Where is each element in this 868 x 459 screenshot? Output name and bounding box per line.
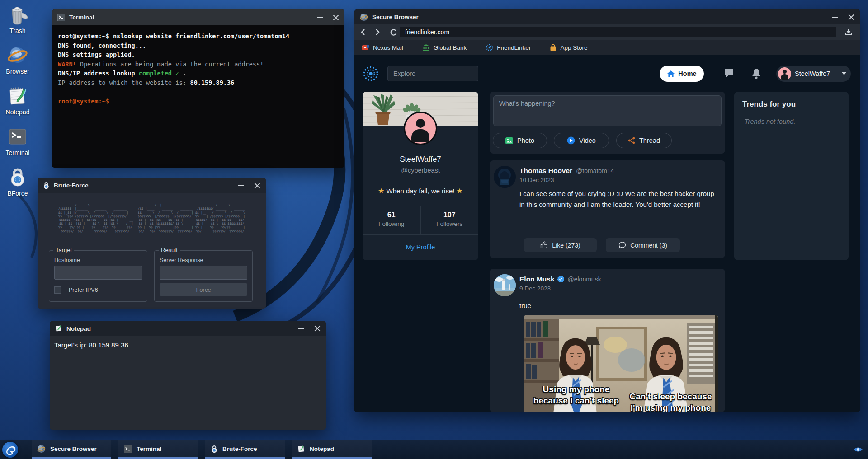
close-icon[interactable] xyxy=(314,325,321,332)
comment-bubble-icon xyxy=(618,242,626,249)
following-count: 61 xyxy=(363,211,420,219)
terminal-line: root@system:~$ nslookup website friendli… xyxy=(58,32,339,41)
terminal-icon xyxy=(124,445,132,453)
trends-panel: Trends for you -Trends not found. xyxy=(734,92,849,260)
bookmark-global-bank[interactable]: Global Bank xyxy=(422,44,467,51)
notepad-titlebar[interactable]: Notepad xyxy=(50,321,326,336)
post-body: true xyxy=(519,300,717,311)
target-group: Target Hostname Prefer IPV6 xyxy=(49,250,147,302)
chevron-down-icon xyxy=(842,72,846,75)
prefer-ipv6-checkbox[interactable] xyxy=(54,286,61,294)
taskbar-item-label: Secure Browser xyxy=(50,445,97,452)
shopping-bag-icon xyxy=(550,44,557,52)
browser-titlebar[interactable]: Secure Browser xyxy=(354,9,860,24)
terminal-titlebar[interactable]: Terminal xyxy=(52,9,344,25)
secure-browser-icon xyxy=(360,13,368,21)
desktop-icon-label: Trash xyxy=(0,27,35,34)
trends-title: Trends for you xyxy=(742,100,796,109)
like-label: Like (273) xyxy=(552,242,580,249)
home-label: Home xyxy=(678,70,696,77)
force-button[interactable]: Force xyxy=(160,283,247,296)
post-author-avatar xyxy=(494,274,516,296)
profile-card: SteelWaffe7 @cyberbeast ★ When day fall,… xyxy=(363,92,478,260)
refresh-icon[interactable] xyxy=(390,28,397,36)
url-input[interactable] xyxy=(400,27,836,37)
explore-search-input[interactable] xyxy=(387,66,478,81)
messages-icon[interactable] xyxy=(723,68,734,79)
bookmark-nexus-mail[interactable]: Nexus Mail xyxy=(362,44,403,51)
browser-navbar xyxy=(354,24,860,40)
composer-input[interactable] xyxy=(493,95,722,126)
taskbar-item-secure-browser[interactable]: Secure Browser xyxy=(32,440,111,459)
notifications-bell-icon[interactable] xyxy=(751,68,761,80)
desktop-icon-terminal[interactable]: Terminal xyxy=(0,126,35,156)
taskbar-item-bruteforce[interactable]: Brute-Force xyxy=(205,440,285,459)
followers-stat[interactable]: 107 Followers xyxy=(420,206,479,234)
thumbs-up-icon xyxy=(540,241,548,249)
following-stat[interactable]: 61 Following xyxy=(363,206,420,234)
hostname-label: Hostname xyxy=(54,257,80,263)
post-meme-image: Using my phone because I can't sleep Can… xyxy=(524,315,718,412)
terminal-prompt: root@system:~$ xyxy=(58,97,339,106)
my-profile-link[interactable]: My Profile xyxy=(363,244,478,251)
post-author[interactable]: Thomas Hoover@tomatom14 xyxy=(519,167,614,175)
profile-name: SteelWaffe7 xyxy=(363,155,478,164)
profile-avatar xyxy=(404,112,437,145)
minimize-icon[interactable] xyxy=(298,328,304,329)
thread-button[interactable]: Thread xyxy=(616,133,672,148)
notepad-content[interactable]: Target's ip: 80.159.89.36 xyxy=(50,336,326,430)
tray-network-icon[interactable] xyxy=(853,445,863,454)
user-menu[interactable]: SteelWaffe7 xyxy=(776,66,851,82)
trends-empty-message: -Trends not found. xyxy=(742,118,795,125)
server-response-input[interactable] xyxy=(160,266,247,280)
desktop-icon-trash[interactable]: Trash xyxy=(0,4,35,34)
desktop-icon-label: Notepad xyxy=(0,108,35,116)
taskbar-item-notepad[interactable]: Notepad xyxy=(292,440,372,459)
hostname-input[interactable] xyxy=(54,266,142,280)
terminal-output[interactable]: root@system:~$ nslookup website friendli… xyxy=(52,25,344,168)
post-author-handle: @elonmusk xyxy=(568,276,601,283)
close-icon[interactable] xyxy=(848,14,854,20)
close-icon[interactable] xyxy=(254,183,260,189)
lock-icon xyxy=(7,166,28,188)
start-button[interactable] xyxy=(2,442,18,458)
bookmark-friendlinker[interactable]: FriendLinker xyxy=(486,44,531,52)
check-icon: ✓ xyxy=(172,70,179,77)
profile-stats: 61 Following 107 Followers xyxy=(363,206,478,235)
download-icon[interactable] xyxy=(844,28,853,36)
minimize-icon[interactable] xyxy=(238,185,244,186)
taskbar-item-terminal[interactable]: Terminal xyxy=(118,440,198,459)
minimize-icon[interactable] xyxy=(832,17,838,18)
terminal-window-icon xyxy=(57,14,65,21)
comment-button[interactable]: Comment (3) xyxy=(606,238,680,252)
lock-icon xyxy=(43,182,50,189)
minimize-icon[interactable] xyxy=(317,17,323,18)
desktop-icon-notepad[interactable]: Notepad xyxy=(0,85,35,116)
home-button[interactable]: Home xyxy=(660,66,704,82)
video-button[interactable]: Video xyxy=(554,133,609,148)
start-logo-icon xyxy=(2,442,18,458)
friendlinker-logo[interactable] xyxy=(362,65,379,82)
back-icon[interactable] xyxy=(360,28,365,36)
photo-button[interactable]: Photo xyxy=(493,133,547,148)
terminal-title: Terminal xyxy=(69,14,94,21)
taskbar-item-label: Notepad xyxy=(310,445,334,452)
like-button[interactable]: Like (273) xyxy=(524,238,597,252)
result-group-label: Result xyxy=(159,247,180,253)
forward-icon[interactable] xyxy=(375,28,380,36)
bruteforce-window: Brute-Force ______ __ ______ / \ / | xyxy=(38,178,266,309)
bruteforce-titlebar[interactable]: Brute-Force xyxy=(38,178,266,193)
desktop-icon-browser[interactable]: Browser xyxy=(0,44,35,75)
thread-share-icon xyxy=(628,137,635,144)
browser-title: Secure Browser xyxy=(372,14,419,20)
profile-motto: ★ When day fall, we rise! ★ xyxy=(363,187,478,195)
notepad-icon xyxy=(7,85,28,107)
target-group-label: Target xyxy=(53,247,74,253)
bookmark-label: Global Bank xyxy=(434,44,467,51)
result-group: Result Server Response Force xyxy=(154,250,253,302)
close-icon[interactable] xyxy=(333,14,339,21)
bookmark-app-store[interactable]: App Store xyxy=(550,44,587,52)
desktop-icon-bforce[interactable]: BForce xyxy=(0,166,35,197)
post-author[interactable]: Elon Musk@elonmusk xyxy=(519,275,601,283)
friendlinker-icon xyxy=(486,44,493,52)
